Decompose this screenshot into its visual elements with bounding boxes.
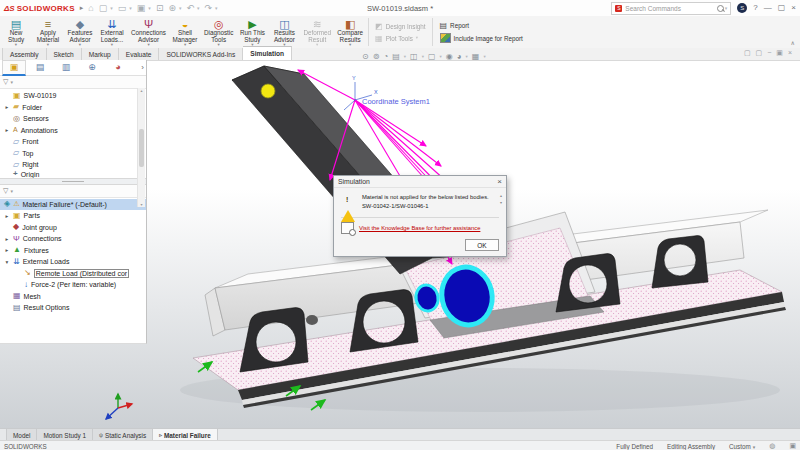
- features-advisor-button[interactable]: ◆ Features Advisor▾: [64, 16, 96, 48]
- panel-splitter[interactable]: [0, 178, 146, 185]
- open-caret-icon[interactable]: ▾: [129, 5, 132, 11]
- dialog-title-bar[interactable]: Simulation ×: [334, 176, 506, 188]
- external-loads-button[interactable]: ⇊ External Loads...▾: [96, 16, 128, 48]
- compare-results-button[interactable]: ◧ Compare Results▾: [334, 16, 366, 48]
- doc-restore-icon[interactable]: ▣: [776, 49, 783, 57]
- tree-item-top-plane[interactable]: ▱ Top: [0, 148, 146, 160]
- dialog-close-icon[interactable]: ×: [497, 178, 502, 186]
- expander-icon[interactable]: ▸: [4, 247, 10, 253]
- feature-tree-tab-icon[interactable]: ▣: [2, 60, 26, 76]
- tab-simulation[interactable]: Simulation: [243, 46, 292, 60]
- tab-markup[interactable]: Markup: [82, 48, 119, 60]
- ribbon-collapse-icon[interactable]: ∧: [791, 39, 795, 46]
- undo-icon[interactable]: ↶: [186, 4, 194, 13]
- scroll-down-icon[interactable]: ▾: [140, 202, 142, 207]
- new-caret-icon[interactable]: ▾: [110, 5, 113, 11]
- doc-page-icon[interactable]: ▢: [744, 49, 751, 57]
- open-document-icon[interactable]: ▭: [118, 4, 127, 13]
- maximize-button[interactable]: ▢: [778, 4, 786, 12]
- study-item-parts[interactable]: ▸ ▣ Parts: [0, 210, 146, 222]
- display-style-icon[interactable]: ▢: [428, 52, 436, 61]
- include-image-for-report-button[interactable]: Include Image for Report: [440, 33, 523, 43]
- study-item-mesh[interactable]: ▦ Mesh: [0, 291, 146, 303]
- study-item-material-failure[interactable]: ◈ ⚠ Material Failure* (-Default-): [0, 199, 146, 211]
- new-document-icon[interactable]: ▢: [99, 4, 108, 13]
- tree-item-right-plane[interactable]: ▱ Right: [0, 159, 146, 171]
- expander-icon[interactable]: ▾: [4, 259, 10, 265]
- doc-close-icon[interactable]: ×: [788, 49, 792, 57]
- hud-caret[interactable]: ▾: [404, 54, 406, 59]
- shell-manager-button[interactable]: ◒ Shell Manager▾: [169, 16, 201, 48]
- expander-icon[interactable]: ▸: [4, 236, 10, 242]
- new-study-button[interactable]: ▤ New Study▾: [0, 16, 32, 48]
- hud-caret[interactable]: ▾: [422, 54, 424, 59]
- user-avatar[interactable]: S: [737, 3, 747, 13]
- tree-item-front-plane[interactable]: ▱ Front: [0, 136, 146, 148]
- study-item-result-options[interactable]: ▤ Result Options: [0, 302, 146, 314]
- hud-caret[interactable]: ▾: [483, 54, 485, 59]
- report-button[interactable]: ▤ Report: [440, 21, 523, 30]
- expander-icon[interactable]: ▸: [4, 213, 10, 219]
- tab-sketch[interactable]: Sketch: [47, 48, 82, 60]
- status-tag-icon[interactable]: ▣: [789, 442, 796, 450]
- status-units-dropdown[interactable]: Custom▾: [729, 443, 755, 450]
- view-settings-icon[interactable]: ▦: [472, 52, 480, 61]
- results-advisor-button[interactable]: ◫ Results Advisor▾: [268, 16, 300, 48]
- save-caret-icon[interactable]: ▾: [148, 5, 151, 11]
- sensor-marker[interactable]: [261, 84, 275, 98]
- connections-advisor-button[interactable]: Ψ Connections Advisor▾: [128, 16, 169, 48]
- tree-filter-bar[interactable]: ▽ ▾: [0, 76, 146, 89]
- tab-assembly[interactable]: Assembly: [2, 48, 47, 60]
- scroll-up-icon[interactable]: ▴: [140, 88, 142, 93]
- tree-scrollbar[interactable]: ▴ ▾: [137, 88, 145, 207]
- study-item-external-loads[interactable]: ▾ ⇊ External Loads: [0, 256, 146, 268]
- section-view-icon[interactable]: ▤: [392, 52, 400, 61]
- previous-view-icon[interactable]: ◔: [383, 52, 388, 61]
- expander-icon[interactable]: ▸: [4, 104, 10, 110]
- ok-button[interactable]: OK: [465, 239, 499, 251]
- tree-item-annotations[interactable]: ▸ A Annotations: [0, 125, 146, 137]
- scroll-thumb[interactable]: [139, 129, 144, 167]
- attach-icon[interactable]: ⊡: [156, 4, 164, 13]
- property-manager-tab-icon[interactable]: ▤: [28, 60, 52, 75]
- tab-evaluate[interactable]: Evaluate: [119, 48, 160, 60]
- save-icon[interactable]: ▣: [137, 4, 146, 13]
- study-item-connections[interactable]: ▸ Ψ Connections: [0, 233, 146, 245]
- tree-item-folder[interactable]: ▸ ▰ Folder: [0, 102, 146, 114]
- tree-item-origin[interactable]: + Origin: [0, 171, 146, 178]
- doc-page-icon[interactable]: ▢: [756, 49, 763, 57]
- diagnostic-tools-button[interactable]: ◎ Diagnostic Tools▾: [201, 16, 236, 48]
- tab-overflow-icon[interactable]: ›: [141, 63, 144, 72]
- apply-material-button[interactable]: ≡ Apply Material▾: [32, 16, 64, 48]
- filter-caret-icon[interactable]: ▾: [10, 188, 13, 194]
- hud-caret[interactable]: ▾: [439, 54, 441, 59]
- redo-caret-icon[interactable]: ▾: [215, 5, 218, 11]
- search-caret-icon[interactable]: ▾: [725, 5, 728, 11]
- hide-show-items-icon[interactable]: ◉: [446, 52, 453, 61]
- tree-item-root[interactable]: ▣ SW-01019: [0, 90, 146, 102]
- status-display-icon[interactable]: ◍: [769, 442, 775, 450]
- knowledge-base-link[interactable]: Visit the Knowledge Base for further ass…: [359, 225, 480, 231]
- search-input[interactable]: S Search Commands ▾: [611, 2, 731, 15]
- tree-item-sensors[interactable]: ◎ Sensors: [0, 113, 146, 125]
- configuration-manager-tab-icon[interactable]: ▥: [54, 60, 78, 75]
- run-this-study-button[interactable]: ▶ Run This Study▾: [236, 16, 268, 48]
- message-scroll-arrows[interactable]: ▴ ▾: [500, 194, 502, 205]
- edit-appearance-icon[interactable]: ◕: [457, 52, 462, 61]
- filter-caret-icon[interactable]: ▾: [10, 79, 13, 85]
- tube-hole[interactable]: [306, 315, 318, 325]
- undo-caret-icon[interactable]: ▾: [197, 5, 200, 11]
- view-orientation-icon[interactable]: ◫: [410, 52, 418, 61]
- doc-minimize-icon[interactable]: −: [767, 49, 771, 57]
- redo-icon[interactable]: ↷: [205, 4, 213, 13]
- study-filter-bar[interactable]: ▽ ▾: [0, 185, 146, 198]
- options-caret-icon[interactable]: ▾: [179, 5, 182, 11]
- home-icon[interactable]: ⌂: [88, 4, 93, 13]
- search-icon[interactable]: [717, 5, 724, 12]
- close-button[interactable]: ×: [791, 4, 796, 12]
- zoom-area-icon[interactable]: ⊚: [373, 52, 380, 61]
- study-item-fixtures[interactable]: ▸ ▲ Fixtures: [0, 245, 146, 257]
- study-item-joint-group[interactable]: ◆ Joint group: [0, 222, 146, 234]
- tab-solidworks-add-ins[interactable]: SOLIDWORKS Add-Ins: [159, 48, 243, 60]
- display-manager-tab-icon[interactable]: ◕: [106, 60, 130, 75]
